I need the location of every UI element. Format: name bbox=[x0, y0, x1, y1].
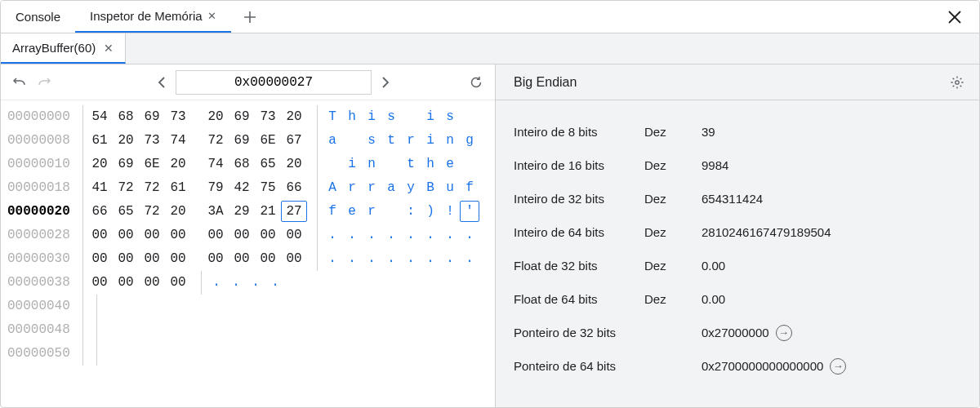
ascii-char[interactable]: . bbox=[226, 271, 246, 295]
hex-byte[interactable]: 00 bbox=[165, 224, 191, 247]
hex-byte[interactable]: 00 bbox=[229, 247, 255, 271]
tab-console[interactable]: Console bbox=[1, 1, 75, 33]
hex-byte[interactable]: 29 bbox=[229, 200, 255, 224]
ascii-char[interactable]: . bbox=[265, 271, 285, 295]
ascii-char[interactable]: . bbox=[421, 247, 440, 271]
address-input[interactable] bbox=[176, 70, 372, 95]
hex-offset[interactable]: 00000028 bbox=[7, 224, 82, 247]
hex-byte[interactable]: 66 bbox=[281, 176, 307, 200]
ascii-char[interactable]: . bbox=[342, 224, 362, 247]
ascii-char[interactable]: . bbox=[323, 247, 342, 271]
hex-byte[interactable]: 00 bbox=[87, 247, 113, 271]
hex-byte[interactable]: 20 bbox=[165, 153, 191, 176]
hex-byte[interactable]: 74 bbox=[165, 129, 191, 153]
hex-byte[interactable]: 21 bbox=[255, 200, 281, 224]
interpreter-format[interactable]: Dez bbox=[644, 292, 702, 306]
hex-byte[interactable]: 65 bbox=[113, 200, 139, 224]
hex-byte[interactable]: 20 bbox=[113, 129, 139, 153]
hex-byte[interactable]: 69 bbox=[229, 105, 255, 129]
ascii-char[interactable] bbox=[381, 153, 401, 176]
ascii-char[interactable]: g bbox=[460, 129, 479, 153]
ascii-char[interactable]: . bbox=[440, 247, 460, 271]
hex-byte[interactable]: 00 bbox=[113, 271, 139, 295]
hex-byte[interactable]: 61 bbox=[87, 129, 113, 153]
hex-byte[interactable]: 00 bbox=[165, 271, 191, 295]
hex-byte[interactable]: 00 bbox=[113, 247, 139, 271]
hex-byte[interactable]: 00 bbox=[203, 247, 229, 271]
hex-byte[interactable]: 00 bbox=[139, 247, 165, 271]
ascii-char[interactable]: a bbox=[381, 176, 401, 200]
hex-byte[interactable]: 00 bbox=[203, 224, 229, 247]
ascii-char[interactable]: s bbox=[440, 105, 460, 129]
hex-offset[interactable]: 00000040 bbox=[7, 295, 82, 318]
ascii-char[interactable]: t bbox=[401, 153, 421, 176]
ascii-char[interactable]: . bbox=[421, 224, 440, 247]
ascii-char[interactable]: . bbox=[381, 224, 401, 247]
hex-byte[interactable]: 27 bbox=[281, 201, 307, 222]
hex-offset[interactable]: 00000020 bbox=[7, 200, 82, 224]
ascii-char[interactable]: . bbox=[401, 247, 421, 271]
ascii-char[interactable]: . bbox=[207, 271, 226, 295]
hex-byte[interactable]: 00 bbox=[281, 224, 307, 247]
close-buffer-tab-icon[interactable]: ✕ bbox=[104, 42, 114, 55]
hex-byte[interactable]: 66 bbox=[87, 200, 113, 224]
ascii-char[interactable] bbox=[401, 105, 421, 129]
interpreter-format[interactable]: Dez bbox=[644, 225, 702, 239]
hex-byte[interactable]: 20 bbox=[281, 105, 307, 129]
ascii-char[interactable] bbox=[342, 129, 362, 153]
close-tab-icon[interactable]: ✕ bbox=[207, 10, 216, 22]
hex-byte[interactable]: 68 bbox=[113, 105, 139, 129]
ascii-char[interactable]: f bbox=[460, 176, 479, 200]
ascii-char[interactable]: . bbox=[342, 247, 362, 271]
ascii-char[interactable]: ) bbox=[421, 200, 440, 224]
ascii-char[interactable]: r bbox=[342, 176, 362, 200]
ascii-char[interactable]: r bbox=[362, 200, 381, 224]
ascii-char[interactable]: e bbox=[342, 200, 362, 224]
ascii-char[interactable]: i bbox=[362, 105, 381, 129]
ascii-char[interactable]: B bbox=[421, 176, 440, 200]
ascii-char[interactable]: . bbox=[362, 247, 381, 271]
ascii-char[interactable]: . bbox=[362, 224, 381, 247]
hex-offset[interactable]: 00000010 bbox=[7, 153, 82, 176]
hex-byte[interactable]: 20 bbox=[87, 153, 113, 176]
hex-byte[interactable]: 41 bbox=[87, 176, 113, 200]
hex-byte[interactable]: 00 bbox=[87, 271, 113, 295]
hex-byte[interactable]: 00 bbox=[255, 247, 281, 271]
ascii-char[interactable]: T bbox=[323, 105, 342, 129]
ascii-char[interactable] bbox=[460, 153, 479, 176]
ascii-char[interactable]: n bbox=[440, 129, 460, 153]
refresh-button[interactable] bbox=[466, 72, 487, 93]
ascii-char[interactable] bbox=[460, 105, 479, 129]
ascii-char[interactable]: . bbox=[460, 247, 479, 271]
hex-byte[interactable]: 00 bbox=[139, 271, 165, 295]
tab-memory-inspector[interactable]: Inspetor de Memória ✕ bbox=[75, 1, 231, 33]
hex-byte[interactable]: 67 bbox=[281, 129, 307, 153]
hex-offset[interactable]: 00000030 bbox=[7, 247, 82, 271]
ascii-char[interactable]: u bbox=[440, 176, 460, 200]
ascii-char[interactable]: s bbox=[381, 105, 401, 129]
hex-byte[interactable]: 72 bbox=[139, 176, 165, 200]
ascii-char[interactable]: y bbox=[401, 176, 421, 200]
ascii-char[interactable] bbox=[381, 200, 401, 224]
hex-byte[interactable]: 75 bbox=[255, 176, 281, 200]
hex-offset[interactable]: 00000048 bbox=[7, 318, 82, 342]
ascii-char[interactable]: r bbox=[362, 176, 381, 200]
ascii-char[interactable]: h bbox=[342, 105, 362, 129]
hex-byte[interactable]: 6E bbox=[255, 129, 281, 153]
new-tab-button[interactable] bbox=[238, 5, 262, 29]
hex-byte[interactable]: 00 bbox=[255, 224, 281, 247]
jump-to-address-button[interactable]: → bbox=[776, 325, 792, 341]
history-forward-button[interactable] bbox=[33, 72, 55, 93]
hex-offset[interactable]: 00000050 bbox=[7, 342, 82, 366]
hex-byte[interactable]: 42 bbox=[229, 176, 255, 200]
hex-byte[interactable]: 72 bbox=[139, 200, 165, 224]
ascii-char[interactable]: i bbox=[421, 129, 440, 153]
hex-byte[interactable]: 68 bbox=[229, 153, 255, 176]
ascii-char[interactable]: i bbox=[421, 105, 440, 129]
close-panel-button[interactable] bbox=[942, 4, 968, 30]
hex-byte[interactable]: 73 bbox=[139, 129, 165, 153]
ascii-char[interactable] bbox=[323, 153, 342, 176]
interpreter-format[interactable]: Dez bbox=[644, 158, 702, 172]
ascii-char[interactable]: . bbox=[323, 224, 342, 247]
endianness-label[interactable]: Big Endian bbox=[514, 75, 577, 90]
